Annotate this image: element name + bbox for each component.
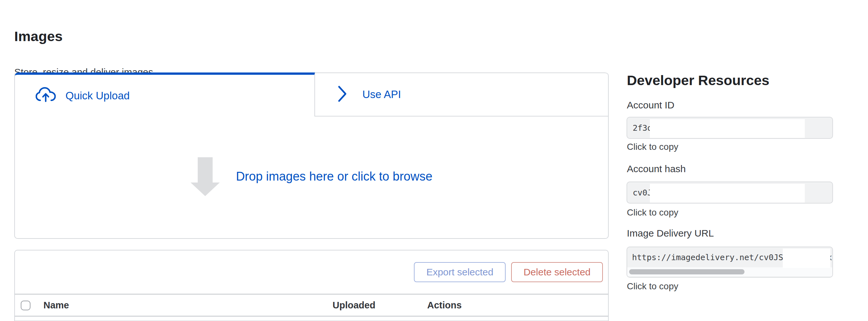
table-header-row: Name Uploaded Actions bbox=[15, 294, 608, 317]
table-row bbox=[15, 317, 608, 321]
redaction-overlay bbox=[783, 249, 830, 268]
page-title: Images bbox=[14, 29, 63, 44]
image-delivery-url-label: Image Delivery URL bbox=[627, 228, 714, 239]
tab-bar: Quick Upload Use API bbox=[15, 72, 608, 116]
arrow-down-icon bbox=[191, 157, 220, 196]
account-hash-label: Account hash bbox=[627, 164, 686, 174]
account-id-field[interactable]: 2f3d bbox=[626, 117, 833, 139]
tab-use-api-label: Use API bbox=[362, 88, 401, 101]
account-id-copy-hint: Click to copy bbox=[627, 142, 678, 152]
redaction-overlay bbox=[650, 184, 805, 203]
developer-resources-heading: Developer Resources bbox=[627, 72, 770, 88]
tab-quick-upload-label: Quick Upload bbox=[65, 90, 130, 102]
export-selected-button[interactable]: Export selected bbox=[414, 262, 506, 282]
account-hash-field[interactable]: cv0J bbox=[626, 182, 833, 204]
tab-quick-upload[interactable]: Quick Upload bbox=[15, 72, 315, 116]
images-page: Images Store, resize and deliver images … bbox=[0, 0, 868, 321]
image-dropzone[interactable]: Drop images here or click to browse bbox=[15, 116, 608, 237]
horizontal-scrollbar bbox=[627, 267, 832, 276]
cloud-upload-icon bbox=[36, 87, 56, 105]
scrollbar-thumb[interactable] bbox=[629, 269, 745, 275]
column-header-name: Name bbox=[43, 294, 69, 316]
list-toolbar: Export selected Delete selected bbox=[15, 250, 608, 294]
account-id-label: Account ID bbox=[627, 100, 675, 111]
image-delivery-url-copy-hint: Click to copy bbox=[627, 281, 678, 291]
redaction-overlay bbox=[650, 119, 805, 138]
upload-card: Quick Upload Use API Drop images here or… bbox=[14, 72, 609, 239]
image-list-card: Export selected Delete selected Name Upl… bbox=[14, 250, 609, 321]
image-delivery-url-field[interactable]: https://imagedelivery.net/cv0JSjxxxxxxxx… bbox=[626, 247, 833, 278]
tab-use-api[interactable]: Use API bbox=[315, 72, 608, 116]
column-header-actions: Actions bbox=[427, 294, 462, 316]
dropzone-label: Drop images here or click to browse bbox=[236, 170, 432, 183]
account-hash-copy-hint: Click to copy bbox=[627, 207, 678, 218]
chevron-right-icon bbox=[338, 85, 347, 104]
select-all-checkbox[interactable] bbox=[21, 300, 30, 310]
column-header-uploaded: Uploaded bbox=[333, 294, 375, 316]
delete-selected-button[interactable]: Delete selected bbox=[511, 262, 603, 282]
